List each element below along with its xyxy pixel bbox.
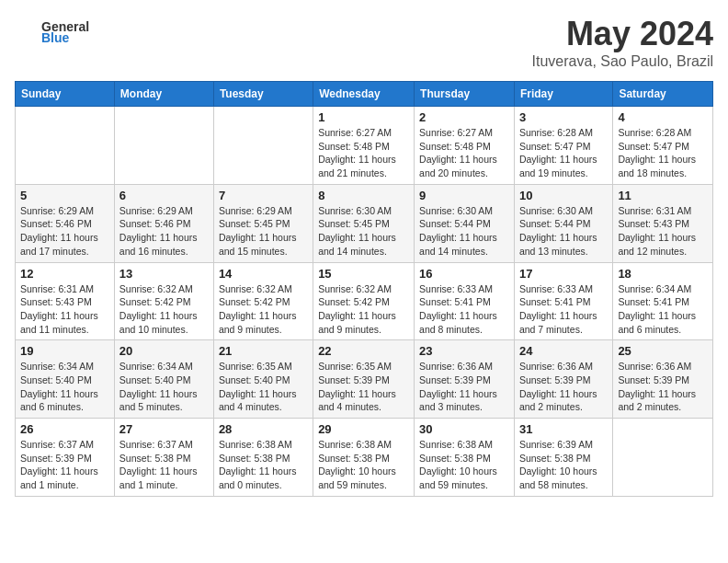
- day-number: 20: [119, 344, 209, 358]
- day-number: 8: [318, 189, 409, 202]
- day-info: Sunrise: 6:32 AM Sunset: 5:42 PM Dayligh…: [119, 282, 209, 337]
- calendar-cell: 29Sunrise: 6:38 AM Sunset: 5:38 PM Dayli…: [313, 419, 415, 497]
- header-wednesday: Wednesday: [313, 82, 415, 107]
- header-thursday: Thursday: [415, 82, 515, 107]
- day-info: Sunrise: 6:33 AM Sunset: 5:41 PM Dayligh…: [519, 282, 608, 337]
- day-info: Sunrise: 6:37 AM Sunset: 5:39 PM Dayligh…: [20, 438, 109, 492]
- day-info: Sunrise: 6:37 AM Sunset: 5:38 PM Dayligh…: [119, 438, 209, 492]
- day-info: Sunrise: 6:30 AM Sunset: 5:44 PM Dayligh…: [519, 204, 608, 259]
- day-number: 14: [219, 267, 308, 281]
- day-info: Sunrise: 6:32 AM Sunset: 5:42 PM Dayligh…: [318, 282, 409, 337]
- day-info: Sunrise: 6:34 AM Sunset: 5:40 PM Dayligh…: [20, 360, 109, 414]
- day-number: 26: [20, 422, 109, 436]
- day-number: 12: [20, 267, 109, 281]
- day-number: 2: [419, 110, 509, 124]
- day-number: 16: [419, 267, 509, 281]
- week-row-4: 19Sunrise: 6:34 AM Sunset: 5:40 PM Dayli…: [16, 340, 713, 419]
- day-number: 7: [219, 189, 308, 202]
- calendar-cell: 2Sunrise: 6:27 AM Sunset: 5:48 PM Daylig…: [415, 107, 515, 185]
- day-info: Sunrise: 6:39 AM Sunset: 5:38 PM Dayligh…: [519, 438, 608, 492]
- day-number: 9: [419, 189, 509, 202]
- day-number: 27: [119, 422, 209, 436]
- day-number: 5: [20, 189, 109, 202]
- day-info: Sunrise: 6:28 AM Sunset: 5:47 PM Dayligh…: [519, 126, 608, 180]
- week-row-2: 5Sunrise: 6:29 AM Sunset: 5:46 PM Daylig…: [16, 184, 713, 262]
- header-sunday: Sunday: [16, 82, 115, 107]
- day-info: Sunrise: 6:31 AM Sunset: 5:43 PM Dayligh…: [20, 282, 109, 337]
- calendar-cell: [213, 107, 313, 185]
- logo-icon: General Blue: [15, 15, 97, 48]
- calendar-cell: 22Sunrise: 6:35 AM Sunset: 5:39 PM Dayli…: [313, 340, 415, 419]
- day-number: 10: [519, 189, 608, 202]
- page-header: General Blue May 2024 Ituverava, Sao Pau…: [15, 15, 713, 70]
- month-year-title: May 2024: [532, 15, 713, 53]
- calendar-cell: 17Sunrise: 6:33 AM Sunset: 5:41 PM Dayli…: [514, 262, 612, 340]
- calendar-cell: 10Sunrise: 6:30 AM Sunset: 5:44 PM Dayli…: [514, 184, 612, 262]
- day-info: Sunrise: 6:33 AM Sunset: 5:41 PM Dayligh…: [419, 282, 509, 337]
- calendar-cell: 7Sunrise: 6:29 AM Sunset: 5:45 PM Daylig…: [213, 184, 313, 262]
- day-info: Sunrise: 6:36 AM Sunset: 5:39 PM Dayligh…: [618, 360, 708, 414]
- calendar-cell: [613, 419, 713, 497]
- calendar-cell: 25Sunrise: 6:36 AM Sunset: 5:39 PM Dayli…: [613, 340, 713, 419]
- day-number: 18: [618, 267, 708, 281]
- week-row-1: 1Sunrise: 6:27 AM Sunset: 5:48 PM Daylig…: [16, 107, 713, 185]
- day-number: 29: [318, 422, 409, 436]
- day-info: Sunrise: 6:38 AM Sunset: 5:38 PM Dayligh…: [419, 438, 509, 492]
- calendar-cell: 26Sunrise: 6:37 AM Sunset: 5:39 PM Dayli…: [16, 419, 115, 497]
- day-number: 24: [519, 344, 608, 358]
- logo: General Blue: [15, 15, 97, 48]
- calendar-cell: 27Sunrise: 6:37 AM Sunset: 5:38 PM Dayli…: [114, 419, 213, 497]
- day-info: Sunrise: 6:32 AM Sunset: 5:42 PM Dayligh…: [219, 282, 308, 337]
- calendar-cell: 1Sunrise: 6:27 AM Sunset: 5:48 PM Daylig…: [313, 107, 415, 185]
- calendar-cell: 18Sunrise: 6:34 AM Sunset: 5:41 PM Dayli…: [613, 262, 713, 340]
- header-tuesday: Tuesday: [213, 82, 313, 107]
- day-info: Sunrise: 6:35 AM Sunset: 5:39 PM Dayligh…: [318, 360, 409, 414]
- calendar-cell: 4Sunrise: 6:28 AM Sunset: 5:47 PM Daylig…: [613, 107, 713, 185]
- calendar-cell: 14Sunrise: 6:32 AM Sunset: 5:42 PM Dayli…: [213, 262, 313, 340]
- day-number: 1: [318, 110, 409, 124]
- day-number: 13: [119, 267, 209, 281]
- header-monday: Monday: [114, 82, 213, 107]
- day-info: Sunrise: 6:35 AM Sunset: 5:40 PM Dayligh…: [219, 360, 308, 414]
- day-number: 25: [618, 344, 708, 358]
- calendar-cell: 8Sunrise: 6:30 AM Sunset: 5:45 PM Daylig…: [313, 184, 415, 262]
- day-info: Sunrise: 6:27 AM Sunset: 5:48 PM Dayligh…: [318, 126, 409, 180]
- day-number: 19: [20, 344, 109, 358]
- location-subtitle: Ituverava, Sao Paulo, Brazil: [532, 53, 713, 70]
- calendar-cell: 3Sunrise: 6:28 AM Sunset: 5:47 PM Daylig…: [514, 107, 612, 185]
- day-info: Sunrise: 6:29 AM Sunset: 5:45 PM Dayligh…: [219, 204, 308, 259]
- calendar-cell: [16, 107, 115, 185]
- day-number: 6: [119, 189, 209, 202]
- calendar-cell: 15Sunrise: 6:32 AM Sunset: 5:42 PM Dayli…: [313, 262, 415, 340]
- day-info: Sunrise: 6:29 AM Sunset: 5:46 PM Dayligh…: [20, 204, 109, 259]
- calendar-cell: 13Sunrise: 6:32 AM Sunset: 5:42 PM Dayli…: [114, 262, 213, 340]
- calendar-cell: 21Sunrise: 6:35 AM Sunset: 5:40 PM Dayli…: [213, 340, 313, 419]
- day-info: Sunrise: 6:38 AM Sunset: 5:38 PM Dayligh…: [318, 438, 409, 492]
- calendar-cell: 16Sunrise: 6:33 AM Sunset: 5:41 PM Dayli…: [415, 262, 515, 340]
- day-number: 21: [219, 344, 308, 358]
- week-row-5: 26Sunrise: 6:37 AM Sunset: 5:39 PM Dayli…: [16, 419, 713, 497]
- week-row-3: 12Sunrise: 6:31 AM Sunset: 5:43 PM Dayli…: [16, 262, 713, 340]
- day-info: Sunrise: 6:31 AM Sunset: 5:43 PM Dayligh…: [618, 204, 708, 259]
- svg-text:Blue: Blue: [41, 30, 70, 45]
- calendar-cell: 9Sunrise: 6:30 AM Sunset: 5:44 PM Daylig…: [415, 184, 515, 262]
- calendar-cell: 5Sunrise: 6:29 AM Sunset: 5:46 PM Daylig…: [16, 184, 115, 262]
- calendar-cell: 20Sunrise: 6:34 AM Sunset: 5:40 PM Dayli…: [114, 340, 213, 419]
- day-info: Sunrise: 6:38 AM Sunset: 5:38 PM Dayligh…: [219, 438, 308, 492]
- calendar-table: SundayMondayTuesdayWednesdayThursdayFrid…: [15, 81, 713, 497]
- calendar-cell: 31Sunrise: 6:39 AM Sunset: 5:38 PM Dayli…: [514, 419, 612, 497]
- calendar-cell: [114, 107, 213, 185]
- calendar-cell: 19Sunrise: 6:34 AM Sunset: 5:40 PM Dayli…: [16, 340, 115, 419]
- calendar-cell: 12Sunrise: 6:31 AM Sunset: 5:43 PM Dayli…: [16, 262, 115, 340]
- day-number: 30: [419, 422, 509, 436]
- title-block: May 2024 Ituverava, Sao Paulo, Brazil: [532, 15, 713, 70]
- day-info: Sunrise: 6:30 AM Sunset: 5:45 PM Dayligh…: [318, 204, 409, 259]
- calendar-cell: 30Sunrise: 6:38 AM Sunset: 5:38 PM Dayli…: [415, 419, 515, 497]
- day-info: Sunrise: 6:34 AM Sunset: 5:40 PM Dayligh…: [119, 360, 209, 414]
- day-info: Sunrise: 6:28 AM Sunset: 5:47 PM Dayligh…: [618, 126, 708, 180]
- day-number: 11: [618, 189, 708, 202]
- header-saturday: Saturday: [613, 82, 713, 107]
- day-info: Sunrise: 6:36 AM Sunset: 5:39 PM Dayligh…: [419, 360, 509, 414]
- day-number: 3: [519, 110, 608, 124]
- day-info: Sunrise: 6:34 AM Sunset: 5:41 PM Dayligh…: [618, 282, 708, 337]
